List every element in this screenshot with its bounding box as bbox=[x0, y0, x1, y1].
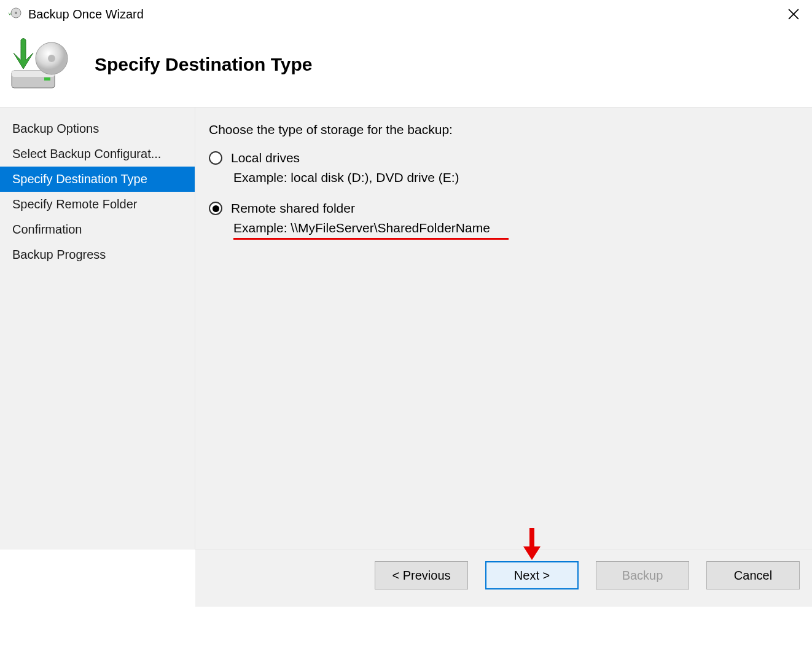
example-remote-shared-folder: Example: \\MyFileServer\SharedFolderName bbox=[233, 221, 509, 240]
radio-label-remote-shared-folder: Remote shared folder bbox=[231, 201, 355, 216]
sidebar-step-select-backup-config[interactable]: Select Backup Configurat... bbox=[0, 141, 195, 167]
sidebar-step-label: Backup Progress bbox=[12, 248, 106, 261]
svg-point-1 bbox=[15, 12, 17, 14]
cancel-button[interactable]: Cancel bbox=[706, 561, 800, 589]
window-title: Backup Once Wizard bbox=[28, 7, 144, 22]
wizard-header: Specify Destination Type bbox=[0, 28, 812, 107]
example-local-drives: Example: local disk (D:), DVD drive (E:) bbox=[233, 170, 800, 187]
radio-local-drives[interactable] bbox=[209, 151, 222, 165]
sidebar-step-backup-progress[interactable]: Backup Progress bbox=[0, 242, 195, 267]
close-button[interactable] bbox=[781, 2, 806, 26]
svg-rect-6 bbox=[44, 77, 50, 81]
wizard-main-panel: Choose the type of storage for the backu… bbox=[195, 108, 812, 550]
backup-drive-icon bbox=[9, 37, 70, 92]
sidebar-step-specify-destination-type[interactable]: Specify Destination Type bbox=[0, 167, 195, 192]
radio-label-local-drives: Local drives bbox=[231, 151, 300, 165]
sidebar-step-label: Specify Remote Folder bbox=[12, 197, 137, 211]
option-local-drives: Local drives Example: local disk (D:), D… bbox=[209, 151, 800, 187]
option-remote-shared-folder: Remote shared folder Example: \\MyFileSe… bbox=[209, 201, 800, 240]
sidebar-step-label: Select Backup Configurat... bbox=[12, 147, 161, 160]
sidebar-step-label: Confirmation bbox=[12, 223, 82, 236]
backup-wizard-icon bbox=[7, 7, 22, 22]
svg-point-8 bbox=[48, 55, 55, 62]
backup-button: Backup bbox=[596, 561, 689, 589]
page-title: Specify Destination Type bbox=[95, 54, 313, 75]
sidebar-step-label: Backup Options bbox=[12, 122, 99, 135]
prompt-text: Choose the type of storage for the backu… bbox=[209, 122, 800, 137]
radio-remote-shared-folder[interactable] bbox=[209, 202, 222, 215]
next-button[interactable]: Next > bbox=[485, 561, 579, 589]
wizard-footer: < Previous Next > Backup Cancel bbox=[195, 550, 812, 607]
close-icon bbox=[788, 9, 799, 20]
sidebar-step-specify-remote-folder[interactable]: Specify Remote Folder bbox=[0, 192, 195, 217]
previous-button[interactable]: < Previous bbox=[375, 561, 468, 589]
sidebar-step-label: Specify Destination Type bbox=[12, 172, 147, 186]
sidebar-step-confirmation[interactable]: Confirmation bbox=[0, 217, 195, 242]
titlebar: Backup Once Wizard bbox=[0, 0, 812, 28]
wizard-steps-sidebar: Backup Options Select Backup Configurat.… bbox=[0, 108, 195, 550]
wizard-body: Backup Options Select Backup Configurat.… bbox=[0, 107, 812, 550]
sidebar-step-backup-options[interactable]: Backup Options bbox=[0, 116, 195, 141]
